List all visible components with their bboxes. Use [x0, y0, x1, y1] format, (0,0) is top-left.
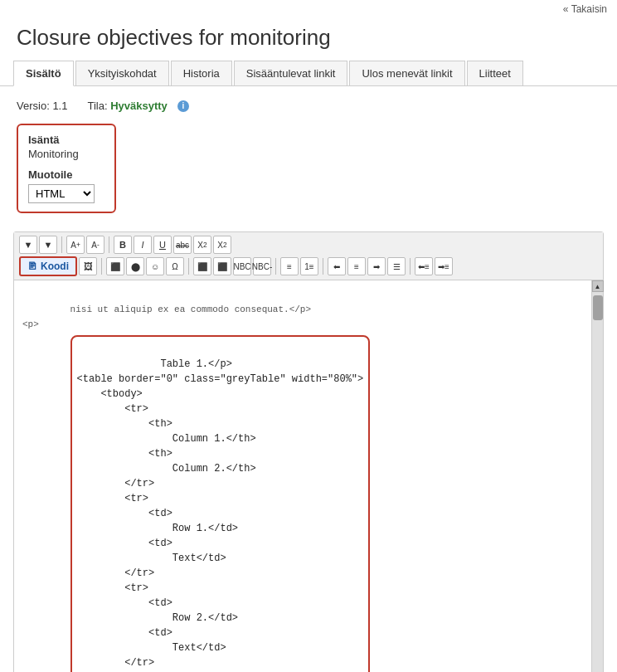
koodi-button[interactable]: 🖹 Koodi: [19, 256, 77, 276]
editor-with-scroll: nisi ut aliquip ex ea commodo consequat.…: [14, 280, 603, 672]
editor-pretext: nisi ut aliquip ex ea commodo consequat.…: [22, 304, 311, 329]
code-highlight-box: Table 1.</p> <table border="0" class="gr…: [70, 335, 371, 672]
info-icon[interactable]: i: [177, 100, 189, 112]
editor-scroll-content: nisi ut aliquip ex ea commodo consequat.…: [14, 280, 591, 672]
toolbar-list-ul[interactable]: ≡: [280, 257, 299, 275]
editor-toolbar: ▼ ▼ A+ A- B I U abc X2 X2 🖹 Koodi 🖼 ⬛ ⬤: [14, 232, 603, 280]
toolbar-subscript[interactable]: X2: [193, 236, 211, 254]
toolbar-row2-left: 🖹 Koodi 🖼 ⬛ ⬤ ☺ Ω ⬛ ⬛ NBC NBC- ≡ 1≡ ⬅ ≡: [19, 256, 453, 276]
toolbar-list-ol[interactable]: 1≡: [300, 257, 318, 275]
host-value: Monitoring: [28, 148, 104, 160]
editor-content[interactable]: nisi ut aliquip ex ea commodo consequat.…: [14, 280, 591, 672]
tab-historia[interactable]: Historia: [171, 61, 232, 85]
tab-yksityiskohdat[interactable]: Yksityiskohdat: [75, 61, 169, 85]
tab-liitteet[interactable]: Liitteet: [467, 61, 523, 85]
toolbar-dropdown-2[interactable]: ▼: [39, 236, 57, 254]
toolbar-sep-5: [275, 258, 276, 275]
toolbar-align-left[interactable]: ⬅: [328, 257, 346, 275]
toolbar-btn-a[interactable]: ⬛: [106, 257, 124, 275]
toolbar-row-1: ▼ ▼ A+ A- B I U abc X2 X2: [19, 236, 598, 254]
tab-ulos[interactable]: Ulos menevät linkit: [349, 61, 464, 85]
toolbar-indent-in[interactable]: ➡≡: [435, 257, 453, 275]
toolbar-sep-7: [410, 258, 411, 275]
toolbar-btn-e[interactable]: ⬛: [193, 257, 211, 275]
toolbar-sep-2: [109, 236, 109, 253]
toolbar-align-justify[interactable]: ☰: [387, 257, 406, 275]
toolbar-row-2: 🖹 Koodi 🖼 ⬛ ⬤ ☺ Ω ⬛ ⬛ NBC NBC- ≡ 1≡ ⬅ ≡: [19, 256, 598, 276]
status-value: Hyväksytty: [110, 100, 168, 112]
format-select[interactable]: HTML Text Markdown: [28, 184, 95, 203]
toolbar-underline[interactable]: U: [153, 236, 172, 254]
toolbar-align-center[interactable]: ≡: [347, 257, 366, 275]
toolbar-indent-out[interactable]: ⬅≡: [415, 257, 433, 275]
toolbar-btn-b[interactable]: ⬤: [126, 257, 144, 275]
meta-row: Versio: 1.1 Tila: Hyväksytty i: [0, 96, 617, 119]
toolbar-align-right[interactable]: ➡: [367, 257, 386, 275]
scroll-up-arrow[interactable]: ▲: [592, 280, 604, 292]
tabs-bar: Sisältö Yksityiskohdat Historia Sisääntu…: [0, 61, 617, 86]
editor-container: ▼ ▼ A+ A- B I U abc X2 X2 🖹 Koodi 🖼 ⬛ ⬤: [13, 231, 604, 672]
toolbar-font-plus[interactable]: A+: [66, 236, 85, 254]
tab-sisalto[interactable]: Sisältö: [13, 61, 74, 86]
toolbar-sep-6: [323, 258, 323, 275]
scrollbar-right[interactable]: ▲ ▼: [591, 280, 603, 672]
toolbar-btn-h[interactable]: NBC-: [253, 257, 271, 275]
code-content: Table 1.</p> <table border="0" class="gr…: [77, 358, 364, 672]
koodi-label: Koodi: [41, 261, 69, 272]
toolbar-image[interactable]: 🖼: [79, 257, 97, 275]
toolbar-sep-4: [188, 258, 189, 275]
top-bar: « Takaisin: [0, 0, 617, 18]
page-title: Closure objectives for monitoring: [0, 18, 617, 61]
toolbar-btn-d[interactable]: Ω: [166, 257, 184, 275]
toolbar-btn-f[interactable]: ⬛: [213, 257, 231, 275]
tab-sisaantulevat[interactable]: Sisääntulevat linkit: [234, 61, 348, 85]
toolbar-strikethrough[interactable]: abc: [173, 236, 192, 254]
status-label: Tila: Hyväksytty: [87, 100, 167, 112]
toolbar-dropdown-1[interactable]: ▼: [19, 236, 37, 254]
info-box: Isäntä Monitoring Muotoile HTML Text Mar…: [17, 124, 116, 213]
format-select-row: HTML Text Markdown: [28, 184, 104, 203]
toolbar-sep-1: [61, 236, 62, 253]
host-label: Isäntä: [28, 134, 104, 146]
toolbar-sep-3: [101, 258, 102, 275]
toolbar-font-minus[interactable]: A-: [86, 236, 104, 254]
version-label: Versio: 1.1: [17, 100, 67, 112]
back-link[interactable]: « Takaisin: [563, 3, 607, 15]
toolbar-btn-c[interactable]: ☺: [146, 257, 164, 275]
version-value: 1.1: [52, 100, 67, 112]
toolbar-superscript[interactable]: X2: [213, 236, 231, 254]
code-icon: 🖹: [27, 261, 37, 272]
format-label: Muotoile: [28, 168, 104, 181]
toolbar-italic[interactable]: I: [134, 236, 152, 254]
toolbar-bold[interactable]: B: [114, 236, 132, 254]
scroll-thumb[interactable]: [593, 295, 603, 320]
toolbar-btn-g[interactable]: NBC: [233, 257, 251, 275]
